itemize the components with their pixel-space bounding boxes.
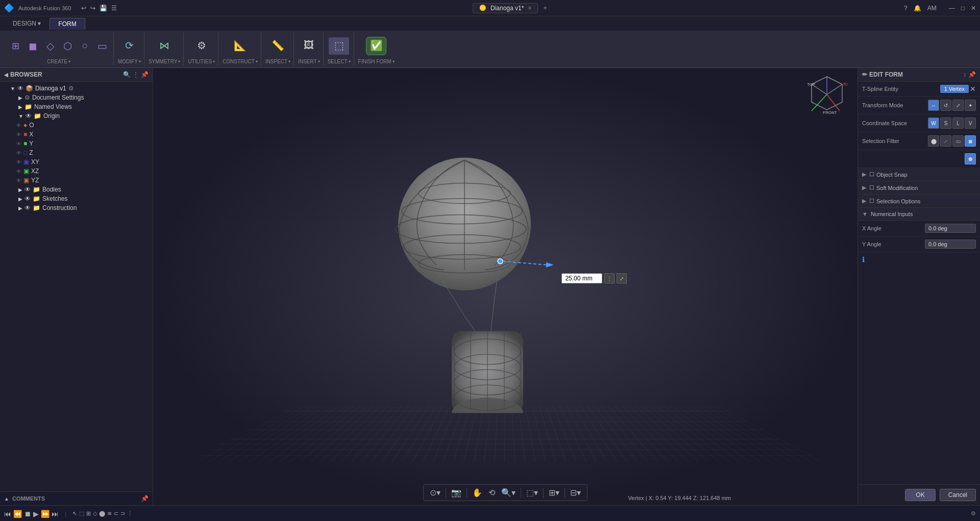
user-btn[interactable]: AM <box>927 5 937 12</box>
browser-collapse-btn[interactable]: ◀ <box>4 72 8 78</box>
construct-btn[interactable]: 📐 <box>230 37 250 55</box>
coordinate-cube[interactable]: RIGHT FRONT TOP <box>806 74 847 115</box>
soft-mod-check[interactable]: ☐ <box>869 184 874 191</box>
playback-first-btn[interactable]: ⏮ <box>4 510 11 518</box>
timeline-joint-btn[interactable]: ⊃ <box>120 510 125 517</box>
named-views-expand-btn[interactable]: ▶ <box>18 104 22 110</box>
vertex-badge[interactable]: 1 Vertex <box>940 85 969 93</box>
playback-last-btn[interactable]: ⏭ <box>52 510 59 518</box>
timeline-options-btn[interactable]: ⋮ <box>127 510 133 517</box>
filter-face-btn[interactable]: ▭ <box>952 135 964 147</box>
viewport[interactable]: ⋮ ⤢ RIGHT FRONT TOP <box>153 68 857 505</box>
model-area[interactable]: ⋮ ⤢ RIGHT FRONT TOP <box>153 68 857 505</box>
tree-root[interactable]: ▼ 👁 📦 Dianoga v1 ⚙ <box>0 84 153 93</box>
orbit-btn[interactable]: ⟲ <box>486 487 497 499</box>
playback-play-btn[interactable]: ▶ <box>33 510 39 518</box>
sketches-expand-btn[interactable]: ▶ <box>18 196 22 202</box>
tree-item-doc-settings[interactable]: ▶ ⚙ Document Settings <box>0 93 153 102</box>
inspect-label[interactable]: INSPECT▾ <box>265 59 290 64</box>
browser-options-btn[interactable]: ⋮ <box>133 71 139 78</box>
finish-form-label[interactable]: FINISH FORM▾ <box>358 59 395 64</box>
select-btn[interactable]: ⬚ <box>329 37 349 55</box>
view-options-btn[interactable]: ⊟▾ <box>568 487 583 499</box>
playback-next-btn[interactable]: ⏩ <box>41 510 50 518</box>
display-settings-btn[interactable]: 📷 <box>449 487 463 499</box>
timeline-keyframe-btn[interactable]: ◇ <box>93 510 97 517</box>
coord-screen-btn[interactable]: S <box>940 117 951 129</box>
create-torus-btn[interactable]: ○ <box>77 38 93 54</box>
tree-item-bodies[interactable]: ▶ 👁 📁 Bodies <box>0 185 153 194</box>
comments-pin-btn[interactable]: 📌 <box>141 495 149 502</box>
origin-visibility-btn[interactable]: 👁 <box>26 112 32 120</box>
display-mode-btn[interactable]: ⬚▾ <box>524 487 540 499</box>
tree-item-named-views[interactable]: ▶ 📁 Named Views <box>0 102 153 111</box>
form-mode-btn[interactable]: FORM <box>50 18 85 30</box>
tree-item-origin[interactable]: ▼ 👁 📁 Origin <box>0 111 153 121</box>
root-settings-btn[interactable]: ⚙ <box>68 85 74 92</box>
comments-collapse-btn[interactable]: ▲ <box>4 496 9 502</box>
new-tab-btn[interactable]: ＋ <box>542 4 548 12</box>
cancel-button[interactable]: Cancel <box>940 489 976 501</box>
xy-visibility-btn[interactable]: 👁 <box>16 159 21 165</box>
transform-free-btn[interactable]: ✦ <box>965 100 976 111</box>
finish-form-btn[interactable]: ✅ <box>366 37 386 55</box>
pan-btn[interactable]: ✋ <box>470 487 484 499</box>
sketches-visibility-btn[interactable]: 👁 <box>24 195 31 202</box>
design-mode-btn[interactable]: DESIGN ▾ <box>4 17 50 30</box>
statusbar-settings-btn[interactable]: ⚙ <box>971 510 976 517</box>
utilities-label[interactable]: UTILITIES▾ <box>188 59 215 64</box>
tree-item-origin-Z[interactable]: 👁 □ Z <box>0 148 153 157</box>
create-pipe-btn[interactable]: ▭ <box>94 38 110 54</box>
timeline-select-btn[interactable]: ↖ <box>72 510 77 517</box>
tree-item-origin-X[interactable]: 👁 ■ X <box>0 130 153 139</box>
window-maximize-btn[interactable]: □ <box>961 5 965 12</box>
filter-vertex-btn[interactable]: ⬤ <box>928 135 939 147</box>
menu-btn[interactable]: ☰ <box>111 5 117 12</box>
timeline-contact-btn[interactable]: ⊂ <box>114 510 118 517</box>
object-snap-check[interactable]: ☐ <box>869 171 874 178</box>
redo-btn[interactable]: ↪ <box>90 5 95 12</box>
construct-label[interactable]: CONSTRUCT▾ <box>223 59 258 64</box>
numerical-inputs-section[interactable]: ▼ Numerical Inputs <box>858 208 980 221</box>
create-label[interactable]: CREATE ▾ <box>47 59 70 64</box>
vertex-clear-btn[interactable]: ✕ <box>970 85 976 93</box>
create-sphere-btn[interactable]: ◇ <box>42 38 58 54</box>
tab-close-btn[interactable]: × <box>528 5 531 12</box>
create-box-btn[interactable]: ⊞ <box>7 38 23 54</box>
soft-modification-section[interactable]: ▶ ☐ Soft Modification <box>858 181 980 195</box>
help-btn[interactable]: ? <box>904 5 908 12</box>
grid-btn[interactable]: ⊞▾ <box>547 487 561 499</box>
notifications-btn[interactable]: 🔔 <box>914 5 921 12</box>
tree-item-origin-O[interactable]: 👁 ● O <box>0 121 153 130</box>
z-visibility-btn[interactable]: 👁 <box>16 150 21 156</box>
inspect-btn[interactable]: 📏 <box>268 37 288 55</box>
window-close-btn[interactable]: ✕ <box>971 5 976 12</box>
modify-btn[interactable]: ⟳ <box>119 37 139 55</box>
x-visibility-btn[interactable]: 👁 <box>16 132 21 137</box>
camera-btn[interactable]: ⊙▾ <box>428 487 443 499</box>
filter-body-btn[interactable]: ◼ <box>965 135 976 147</box>
object-snap-section[interactable]: ▶ ☐ Object Snap <box>858 168 980 181</box>
doc-expand-btn[interactable]: ▶ <box>18 95 22 101</box>
construction-visibility-btn[interactable]: 👁 <box>24 204 31 211</box>
dim-expand-btn[interactable]: ⤢ <box>617 273 627 283</box>
transform-rotate-btn[interactable]: ↺ <box>940 100 951 111</box>
browser-search-btn[interactable]: 🔍 <box>123 71 131 78</box>
coord-local-btn[interactable]: L <box>952 117 964 129</box>
insert-btn[interactable]: 🖼 <box>299 37 319 54</box>
filter-all-btn[interactable]: ⬟ <box>965 153 976 164</box>
y-visibility-btn[interactable]: 👁 <box>16 141 21 147</box>
undo-btn[interactable]: ↩ <box>81 5 86 12</box>
root-expand-btn[interactable]: ▼ <box>10 86 15 91</box>
sel-options-check[interactable]: ☐ <box>869 198 874 204</box>
edit-form-expand-btn[interactable]: ↕ <box>963 71 966 78</box>
browser-pin-btn[interactable]: 📌 <box>141 71 149 78</box>
timeline-marquee-btn[interactable]: ⬚ <box>79 510 84 517</box>
create-cube-btn[interactable]: ◼ <box>24 38 41 54</box>
transform-scale-btn[interactable]: ⤢ <box>952 100 964 111</box>
select-label[interactable]: SELECT▾ <box>328 59 351 64</box>
edit-form-pin-btn[interactable]: 📌 <box>968 71 976 78</box>
playback-prev-btn[interactable]: ⏪ <box>13 510 22 518</box>
tspline-model[interactable] <box>352 132 607 413</box>
y-angle-input[interactable] <box>925 240 976 249</box>
